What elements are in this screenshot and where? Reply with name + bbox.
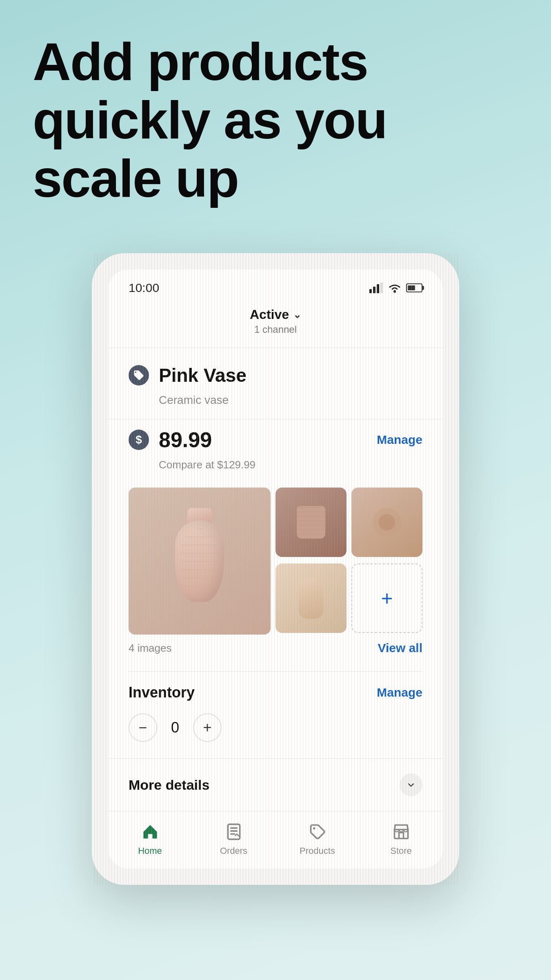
phone-mockup: 10:00	[92, 253, 459, 885]
images-section: + 4 images View all	[129, 483, 422, 671]
images-grid: +	[129, 488, 422, 635]
phone-frame: 10:00	[92, 253, 459, 885]
phone-screen: 10:00	[108, 270, 443, 869]
headline-text: Add products quickly as you scale up	[33, 33, 518, 208]
headline: Add products quickly as you scale up	[33, 33, 518, 208]
product-content: Pink Vase Ceramic vase $ 89.99 Manage Co…	[108, 348, 443, 758]
image-thumb-3[interactable]	[276, 564, 347, 633]
